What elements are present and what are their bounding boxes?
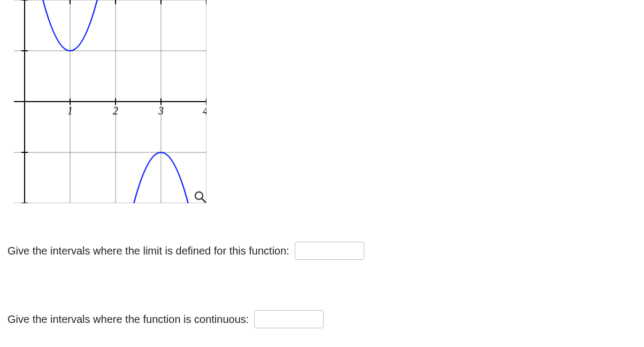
question-1-row: Give the intervals where the limit is de… <box>7 242 364 260</box>
question-2-row: Give the intervals where the function is… <box>7 310 324 328</box>
x-tick-1: 1 <box>67 105 73 117</box>
magnifier-icon[interactable] <box>195 192 205 202</box>
x-tick-3: 3 <box>158 105 164 117</box>
x-tick-2: 2 <box>113 105 118 117</box>
question-1-prompt: Give the intervals where the limit is de… <box>7 245 289 257</box>
svg-line-23 <box>202 198 205 202</box>
question-2-prompt: Give the intervals where the function is… <box>7 313 249 326</box>
question-1-input[interactable] <box>295 242 364 260</box>
x-tick-4: 4 <box>203 105 206 117</box>
question-2-input[interactable] <box>254 310 324 328</box>
graph-svg: 1 2 3 4 <box>14 0 206 203</box>
graph-panel: 1 2 3 4 <box>14 0 206 203</box>
